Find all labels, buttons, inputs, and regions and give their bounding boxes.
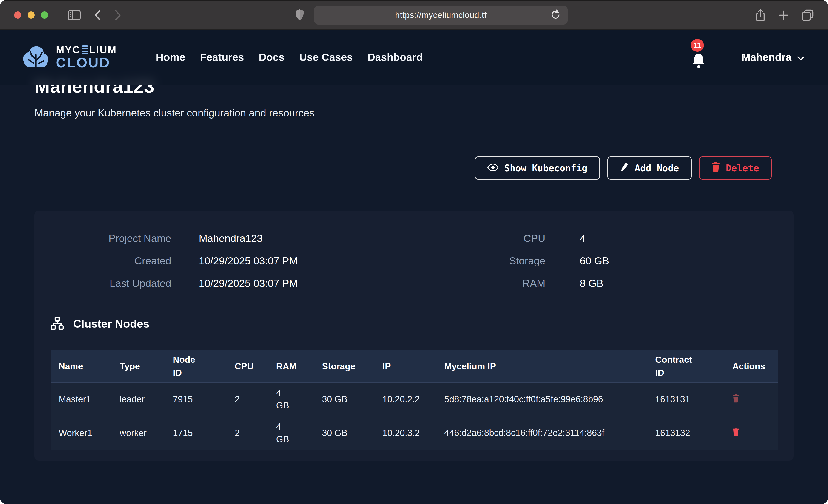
node-type: leader [112,382,165,416]
user-menu[interactable]: Mahendra [740,51,806,64]
created-label: Created [50,255,171,267]
forward-button[interactable] [114,9,122,21]
col-storage: Storage [314,350,374,382]
ram-label: RAM [414,278,545,289]
nav-link-dashboard[interactable]: Dashboard [368,51,423,64]
created-value: 10/29/2025 03:07 PM [199,255,298,267]
browser-window: https://myceliumcloud.tf [0,0,828,504]
delete-node-icon[interactable] [733,427,739,436]
nav-link-features[interactable]: Features [200,51,244,64]
delete-cluster-button[interactable]: Delete [699,157,772,180]
node-mycelium-ip: 446:d2a6:8bcd:8c16:ff0f:72e2:3114:863f [436,416,647,450]
node-mycelium-ip: 5d8:78ea:a120:f40c:ff0f:a5fe:99e6:8b96 [436,382,647,416]
notification-count-badge: 11 [691,39,704,52]
network-nodes-icon [50,317,64,331]
col-ip: IP [374,350,436,382]
eye-icon [487,163,498,173]
project-name-value: Mahendra123 [199,233,263,244]
new-tab-icon[interactable] [779,10,789,20]
page-subtitle: Manage your Kubernetes cluster configura… [35,107,793,119]
add-node-label: Add Node [635,163,679,173]
mycelium-tree-icon [22,44,50,70]
cluster-nodes-title: Cluster Nodes [73,317,150,330]
brand-logo[interactable]: MYC LIUM CLOUD [22,44,117,70]
node-actions [724,416,778,450]
node-storage: 30 GB [314,416,374,450]
storage-value: 60 GB [580,255,609,267]
info-row: Storage 60 GB [414,255,778,267]
table-row: Worker1 worker 1715 2 4 GB 30 GB 10.20.3… [50,416,778,450]
node-ram: 4 GB [268,416,314,450]
node-actions [724,382,778,416]
col-mycelium-ip: Mycelium IP [436,350,647,382]
info-row: CPU 4 [414,233,778,244]
node-name: Master1 [50,382,112,416]
nav-link-use-cases[interactable]: Use Cases [299,51,353,64]
last-updated-label: Last Updated [50,278,171,289]
info-row: Created 10/29/2025 03:07 PM [50,255,414,267]
col-actions: Actions [724,350,778,382]
table-row: Master1 leader 7915 2 4 GB 30 GB 10.20.2… [50,382,778,416]
brand-wordmark: MYC LIUM CLOUD [56,45,117,70]
close-window-button[interactable] [14,11,22,18]
nav-link-docs[interactable]: Docs [259,51,285,64]
trash-icon [712,162,720,174]
cpu-value: 4 [580,233,586,244]
delete-label: Delete [726,163,759,173]
info-row: RAM 8 GB [414,278,778,289]
ram-value: 8 GB [580,278,604,289]
browser-chrome: https://myceliumcloud.tf [0,0,828,30]
site-navbar: MYC LIUM CLOUD Home Features Docs Use Ca… [0,30,828,85]
col-ram: RAM [268,350,314,382]
share-icon[interactable] [755,9,766,22]
minimize-window-button[interactable] [28,11,35,18]
storage-label: Storage [414,255,545,267]
user-name: Mahendra [742,51,791,64]
traffic-lights [14,11,48,18]
info-row: Last Updated 10/29/2025 03:07 PM [50,278,414,289]
node-name: Worker1 [50,416,112,450]
node-ip: 10.20.3.2 [374,416,436,450]
show-kubeconfig-button[interactable]: Show Kubeconfig [475,157,600,180]
col-node-id: Node ID [165,350,226,382]
back-button[interactable] [93,9,101,21]
node-id: 7915 [165,382,226,416]
nodes-table: Name Type Node ID CPU RAM Storage IP Myc… [50,350,778,450]
col-cpu: CPU [226,350,268,382]
node-ip: 10.20.2.2 [374,382,436,416]
nodes-table-wrapper: Name Type Node ID CPU RAM Storage IP Myc… [50,350,778,450]
node-storage: 30 GB [314,382,374,416]
url-text: https://myceliumcloud.tf [395,10,487,20]
cluster-nodes-header: Cluster Nodes [50,317,778,331]
pencil-icon [620,162,629,174]
show-kubeconfig-label: Show Kubeconfig [504,163,587,173]
project-name-label: Project Name [50,233,171,244]
cluster-actions: Show Kubeconfig Add Node [35,157,772,180]
address-bar[interactable]: https://myceliumcloud.tf [314,5,568,25]
delete-node-icon[interactable] [733,394,739,403]
info-row: Project Name Mahendra123 [50,233,414,244]
privacy-shield-icon[interactable] [295,9,304,22]
zoom-window-button[interactable] [41,11,48,18]
page-viewport: Mahendra123 Manage your Kubernetes clust… [0,30,828,504]
stylized-e-icon [82,45,88,54]
node-contract-id: 1613131 [647,382,724,416]
nav-link-home[interactable]: Home [156,51,185,64]
col-contract-id: Contract ID [647,350,724,382]
cluster-details-card: Project Name Mahendra123 Created 10/29/2… [35,211,793,461]
add-node-button[interactable]: Add Node [607,157,692,180]
chevron-down-icon [797,51,805,64]
tab-overview-icon[interactable] [801,9,814,21]
notifications-bell-icon[interactable]: 11 [690,49,707,69]
node-contract-id: 1613132 [647,416,724,450]
sidebar-toggle-icon[interactable] [68,10,81,20]
cpu-label: CPU [414,233,545,244]
last-updated-value: 10/29/2025 03:07 PM [199,278,298,289]
node-type: worker [112,416,165,450]
main-content: Mahendra123 Manage your Kubernetes clust… [0,30,828,461]
table-header-row: Name Type Node ID CPU RAM Storage IP Myc… [50,350,778,382]
nav-links: Home Features Docs Use Cases Dashboard [156,51,423,64]
col-type: Type [112,350,165,382]
reload-icon[interactable] [549,9,562,21]
col-name: Name [50,350,112,382]
